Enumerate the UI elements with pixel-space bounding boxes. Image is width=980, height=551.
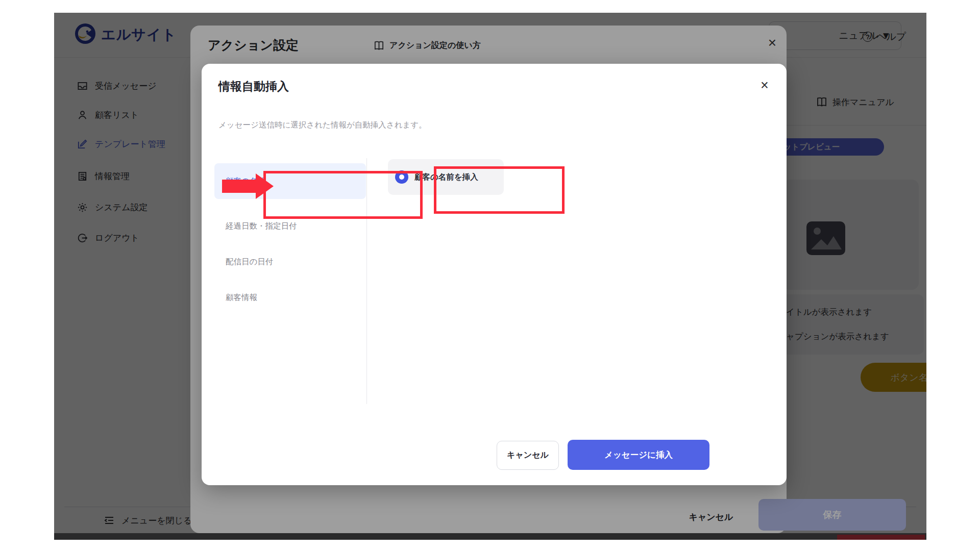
annotation-arrow xyxy=(222,180,256,193)
auto-insert-dialog: 情報自動挿入 × メッセージ送信時に選択された情報が自動挿入されます。 顧客の名… xyxy=(202,64,787,485)
tab-customer-info[interactable]: 顧客情報 xyxy=(214,280,366,315)
page: エルサイト ニュアル ▼ ? ヘルプ 受信メッセージ 顧客リスト xyxy=(0,0,980,551)
tab-delivery-date[interactable]: 配信日の日付 xyxy=(214,244,366,280)
app-screenshot: エルサイト ニュアル ▼ ? ヘルプ 受信メッセージ 顧客リスト xyxy=(54,13,926,540)
dialog-cancel-button[interactable]: キャンセル xyxy=(497,441,559,470)
annotation-box-radio-option xyxy=(434,166,565,214)
annotation-arrow-head xyxy=(256,173,274,199)
dialog-description: メッセージ送信時に選択された情報が自動挿入されます。 xyxy=(218,120,427,131)
dialog-title: 情報自動挿入 xyxy=(218,79,289,94)
annotation-box-selected-tab xyxy=(263,171,423,219)
tab-label: 経過日数・指定日付 xyxy=(226,221,297,232)
close-icon[interactable]: × xyxy=(755,76,774,94)
tab-label: 配信日の日付 xyxy=(226,257,273,267)
insert-to-message-button[interactable]: メッセージに挿入 xyxy=(568,440,709,470)
tab-label: 顧客情報 xyxy=(226,292,257,303)
